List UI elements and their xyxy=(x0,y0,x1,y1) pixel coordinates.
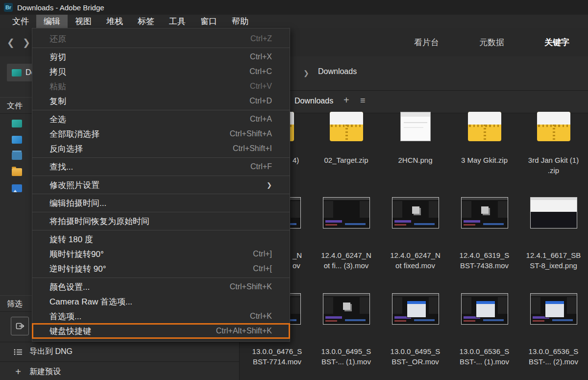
back-icon[interactable]: ❮ xyxy=(7,37,15,48)
menu-item-keyboard-shortcuts[interactable]: 键盘快捷键Ctrl+Alt+Shift+K xyxy=(32,324,290,338)
export-button[interactable] xyxy=(11,317,29,335)
menu-file[interactable]: 文件 xyxy=(5,15,36,28)
menu-separator xyxy=(32,176,290,176)
menu-view[interactable]: 视图 xyxy=(68,15,99,28)
file-name: 13.0.0_6495_SBST-... (1).mov xyxy=(312,346,381,367)
file-name: 3rd Jan Gkit (1).zip xyxy=(519,155,588,176)
menu-item-rotate-180[interactable]: 旋转 180 度 xyxy=(32,232,290,247)
menu-window[interactable]: 窗口 xyxy=(193,15,224,28)
zip-file-icon xyxy=(468,112,501,141)
video-thumbnail xyxy=(461,293,508,325)
image-thumbnail xyxy=(530,197,577,228)
menu-item-copy[interactable]: 拷贝Ctrl+C xyxy=(32,64,290,79)
file-item[interactable]: 12.4.0_6247_Not fixed.mov xyxy=(381,197,450,271)
menu-item-cut[interactable]: 剪切Ctrl+X xyxy=(32,50,290,64)
breadcrumb: ❯ Downloads xyxy=(240,56,588,91)
menu-item-undo[interactable]: 还原Ctrl+Z xyxy=(32,31,290,46)
blue-folder-icon xyxy=(12,136,22,144)
forward-icon[interactable]: ❯ xyxy=(23,37,30,48)
menu-item-revert-capture-time[interactable]: 将拍摄时间恢复为原始时间 xyxy=(32,214,290,228)
breadcrumb-folder[interactable]: Downloads xyxy=(318,67,357,76)
zip-file-icon xyxy=(330,112,363,141)
file-name: 12.4.0_6319_SBST-7438.mov xyxy=(450,250,519,271)
add-tab-icon[interactable]: + xyxy=(343,95,349,106)
export-to-dng-label: 导出到 DNG xyxy=(29,347,73,357)
teal-drive-icon xyxy=(12,120,22,127)
grid-row: 4) 02_Target.zip 2HCN.png 3 May Gkit.zip… xyxy=(243,112,588,176)
menu-item-preferences[interactable]: 首选项...Ctrl+K xyxy=(32,309,290,324)
menu-label[interactable]: 标签 xyxy=(130,15,162,28)
submenu-arrow-icon: ❯ xyxy=(267,181,272,189)
menu-separator xyxy=(32,157,290,158)
file-item[interactable]: 13.0.0_6495_SBST-... (1).mov xyxy=(312,293,381,367)
export-to-dng-item[interactable]: 导出到 DNG xyxy=(0,342,239,362)
tab-downloads[interactable]: Downloads xyxy=(294,97,333,105)
file-name: 2HCN.png xyxy=(381,155,450,165)
panel-menu-icon[interactable]: ≡ xyxy=(360,96,366,106)
menu-item-color-settings[interactable]: 颜色设置...Ctrl+Shift+K xyxy=(32,279,290,294)
file-item[interactable]: 3 May Gkit.zip xyxy=(450,112,519,176)
menu-edit[interactable]: 编辑 xyxy=(36,15,68,28)
file-item[interactable]: 3rd Jan Gkit (1).zip xyxy=(519,112,588,176)
menu-tools[interactable]: 工具 xyxy=(162,15,193,28)
menu-item-rotate-ccw[interactable]: 逆时针旋转 90°Ctrl+[ xyxy=(32,261,290,276)
file-name: 13.0.0_6536_SBST-... (2).mov xyxy=(519,346,588,367)
menubar: 文件 编辑 视图 堆栈 标签 工具 窗口 帮助 xyxy=(0,15,588,28)
menu-stacks[interactable]: 堆栈 xyxy=(99,15,130,28)
video-thumbnail xyxy=(461,197,508,228)
menu-help[interactable]: 帮助 xyxy=(224,15,256,28)
content-panel: ❯ Downloads Downloads + ≡ 4) 02_Target.z… xyxy=(239,56,588,380)
file-item[interactable]: 13.0.0_6536_SBST-... (1).mov xyxy=(450,293,519,367)
menu-separator xyxy=(32,110,290,110)
menu-item-invert-selection[interactable]: 反向选择Ctrl+Shift+I xyxy=(32,141,290,156)
zip-file-icon xyxy=(537,112,570,141)
tab-light-table[interactable]: 看片台 xyxy=(414,37,439,48)
stacked-files-icon xyxy=(12,152,22,160)
menu-item-edit-capture-time[interactable]: 编辑拍摄时间... xyxy=(32,196,290,210)
file-name: 12.4.0_6247_Not fixed.mov xyxy=(381,250,450,271)
video-thumbnail xyxy=(392,197,439,228)
bridge-logo-icon: Br xyxy=(4,3,13,12)
file-item[interactable]: 2HCN.png xyxy=(381,112,450,176)
file-name: 13.0.0_6536_SBST-... (1).mov xyxy=(450,346,519,367)
plus-icon: + xyxy=(14,366,23,378)
menu-separator xyxy=(32,230,290,230)
menu-separator xyxy=(32,212,290,212)
edit-dropdown-menu: 还原Ctrl+Z 剪切Ctrl+X 拷贝Ctrl+C 粘贴Ctrl+V 复制Ct… xyxy=(32,28,290,342)
menu-item-rotate-cw[interactable]: 顺时针旋转90°Ctrl+] xyxy=(32,247,290,261)
file-name: 13.0.0_6495_SBST-_OR.mov xyxy=(381,346,450,367)
menu-item-camera-raw-preferences[interactable]: Camera Raw 首选项... xyxy=(32,294,290,309)
menu-item-select-all[interactable]: 全选Ctrl+A xyxy=(32,112,290,127)
video-thumbnail xyxy=(392,293,439,325)
file-name: 02_Target.zip xyxy=(312,155,381,165)
tab-keywords[interactable]: 关键字 xyxy=(544,37,569,48)
picture-icon xyxy=(12,184,22,192)
file-name: 12.4.1_6617_SBST-8_ixed.png xyxy=(519,250,588,271)
window-title: Downloads - Adobe Bridge xyxy=(17,3,104,12)
video-thumbnail xyxy=(323,293,370,325)
menu-item-paste[interactable]: 粘贴Ctrl+V xyxy=(32,79,290,94)
video-thumbnail xyxy=(530,293,577,325)
file-item[interactable]: 12.4.0_6247_Not fi... (3).mov xyxy=(312,197,381,271)
grid-row: _Nov 12.4.0_6247_Not fi... (3).mov 12.4.… xyxy=(243,197,588,271)
file-item[interactable]: 12.4.0_6319_SBST-7438.mov xyxy=(450,197,519,271)
menu-item-find[interactable]: 查找...Ctrl+F xyxy=(32,159,290,174)
menu-separator xyxy=(32,278,290,278)
image-thumbnail xyxy=(400,112,431,141)
menu-item-duplicate[interactable]: 复制Ctrl+D xyxy=(32,94,290,108)
file-item[interactable]: 12.4.1_6617_SBST-8_ixed.png xyxy=(519,197,588,271)
file-name: 3 May Gkit.zip xyxy=(450,155,519,165)
video-thumbnail xyxy=(323,197,370,228)
export-icon xyxy=(15,321,25,331)
tab-metadata[interactable]: 元数据 xyxy=(479,37,504,48)
file-item[interactable]: 13.0.0_6536_SBST-... (2).mov xyxy=(519,293,588,367)
preset-list-icon xyxy=(14,349,23,355)
menu-item-deselect-all[interactable]: 全部取消选择Ctrl+Shift+A xyxy=(32,127,290,141)
new-preset-item[interactable]: + 新建预设 xyxy=(0,362,239,380)
menu-item-develop-settings[interactable]: 修改照片设置❯ xyxy=(32,177,290,192)
menu-separator xyxy=(32,194,290,194)
file-item[interactable]: 02_Target.zip xyxy=(312,112,381,176)
grid-row: 13.0.0_6476_SBST-7714.mov 13.0.0_6495_SB… xyxy=(243,293,588,367)
file-item[interactable]: 13.0.0_6495_SBST-_OR.mov xyxy=(381,293,450,367)
adobe-bridge-window: Br Downloads - Adobe Bridge 文件 编辑 视图 堆栈 … xyxy=(0,0,588,380)
